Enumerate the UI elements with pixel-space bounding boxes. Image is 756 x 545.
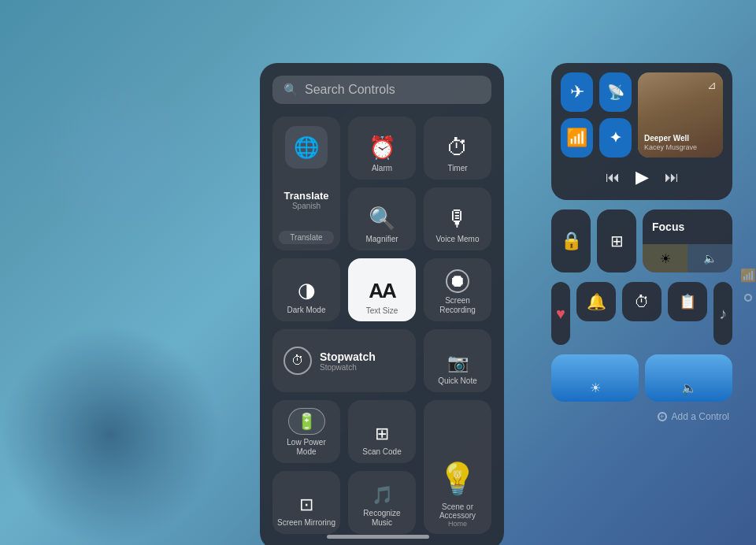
circle-indicator	[744, 294, 752, 302]
media-widget: ✈ 📡 📶 ✦ Deeper Well Kacey Musgrave ⊿ ⏮ ▶…	[551, 63, 732, 200]
translate-sub: Spanish	[284, 202, 328, 210]
focus-widget[interactable]: Focus ☀ 🔈	[643, 209, 732, 272]
bell-button[interactable]: 🔔	[576, 282, 616, 321]
sliders-row: ☀ 🔈	[551, 354, 732, 402]
media-controls-grid: ✈ 📡 📶 ✦	[561, 72, 632, 158]
low-power-label: Low Power Mode	[277, 438, 335, 457]
focus-bottom: ☀ 🔈	[643, 244, 732, 272]
next-button[interactable]: ⏭	[665, 169, 679, 186]
wifi-side-icon: 📶	[740, 268, 756, 283]
artist-name: Kacey Musgrave	[644, 143, 697, 151]
cellular-button[interactable]: 📡	[599, 72, 632, 112]
bg-blob2	[39, 79, 197, 236]
bg-blob1	[0, 324, 220, 545]
right-indicators: 📶	[740, 268, 756, 302]
dark-mode-label: Dark Mode	[287, 306, 326, 315]
screen-mirroring-tile[interactable]: ⊡ Screen Mirroring	[272, 471, 340, 534]
alarm-label: Alarm	[372, 164, 392, 173]
track-name: Deeper Well	[644, 134, 697, 143]
focus-top: Focus	[643, 209, 732, 244]
alarm-tile[interactable]: ⏰ Alarm	[348, 117, 416, 180]
media-track-info: Deeper Well Kacey Musgrave	[644, 134, 697, 151]
home-indicator	[327, 535, 429, 539]
voice-memo-label: Voice Memo	[435, 235, 479, 244]
translate-button[interactable]: Translate	[279, 231, 333, 244]
search-controls-panel: 🔍 Search Controls 🌐 Translate Spanish Tr…	[260, 63, 504, 545]
media-top: ✈ 📡 📶 ✦ Deeper Well Kacey Musgrave ⊿	[561, 72, 723, 158]
magnifier-label: Magnifier	[365, 235, 398, 244]
translate-info: Translate Spanish	[284, 190, 328, 210]
screen-recording-tile[interactable]: ⏺ Screen Recording	[424, 258, 491, 321]
airplay-icon[interactable]: ⊿	[707, 79, 717, 91]
add-control-plus-icon: +	[658, 412, 667, 421]
recognize-music-label: Recognize Music	[353, 509, 411, 528]
home-sublabel: Home	[448, 520, 467, 528]
play-button[interactable]: ▶	[636, 167, 649, 187]
bluetooth-button[interactable]: ✦	[599, 118, 632, 158]
recognize-music-icon: 🎵	[372, 485, 393, 506]
timer-tile[interactable]: ⏱ Timer	[424, 117, 491, 180]
magnifier-tile[interactable]: 🔍 Magnifier	[348, 187, 416, 250]
low-power-icon: 🔋	[288, 408, 325, 435]
add-control-label[interactable]: Add a Control	[672, 411, 729, 422]
volume-slider[interactable]: 🔈	[645, 354, 732, 402]
previous-button[interactable]: ⏮	[606, 169, 620, 186]
quick-note-tile[interactable]: 📷 Quick Note	[424, 329, 491, 392]
brightness-slider[interactable]: ☀	[551, 354, 639, 402]
timer-icon: ⏱	[447, 135, 469, 161]
brightness-button[interactable]: ☀	[643, 244, 687, 272]
home-label: Scene or Accessory	[428, 502, 487, 520]
dark-mode-tile[interactable]: ◑ Dark Mode	[272, 258, 340, 321]
low-power-mode-tile[interactable]: 🔋 Low Power Mode	[272, 400, 340, 463]
search-placeholder: Search Controls	[305, 83, 480, 97]
voice-memo-tile[interactable]: 🎙 Voice Memo	[424, 187, 491, 250]
quick-note-label: Quick Note	[438, 376, 476, 386]
home-bulb-icon: 💡	[438, 461, 477, 498]
text-size-tile[interactable]: AA Text Size	[348, 258, 416, 321]
right-panel: ✈ 📡 📶 ✦ Deeper Well Kacey Musgrave ⊿ ⏮ ▶…	[551, 63, 732, 422]
airplane-mode-button[interactable]: ✈	[561, 72, 593, 112]
add-control-row: + Add a Control	[551, 411, 732, 422]
voice-memo-icon: 🎙	[447, 206, 469, 232]
second-row: 🔒 ⊞ Focus ☀ 🔈	[551, 209, 732, 272]
search-icon: 🔍	[284, 83, 298, 97]
quick-note-icon: 📷	[447, 353, 469, 373]
wifi-button[interactable]: 📶	[561, 118, 593, 158]
translate-name: Translate	[284, 190, 328, 202]
screen-mirroring-icon: ⊡	[299, 495, 313, 515]
scan-code-label: Scan Code	[362, 447, 401, 457]
alarm-icon: ⏰	[369, 135, 396, 161]
music-icon: ♪	[713, 282, 732, 345]
magnifier-icon: 🔍	[369, 206, 396, 232]
scan-code-icon: ⊞	[375, 424, 389, 444]
controls-grid: 🌐 Translate Spanish Translate ⏰ Alarm ⏱ …	[272, 117, 491, 534]
media-album-art[interactable]: Deeper Well Kacey Musgrave ⊿	[638, 72, 723, 158]
timer-label: Timer	[447, 164, 467, 173]
notes-button[interactable]: 📋	[668, 282, 707, 321]
volume-button[interactable]: 🔈	[687, 244, 732, 272]
translate-icon: 🌐	[285, 126, 328, 169]
home-tile[interactable]: 💡 Scene or Accessory Home	[424, 400, 491, 534]
stopwatch-tile[interactable]: ⏱ Stopwatch Stopwatch	[272, 329, 416, 392]
screen-mirror-button[interactable]: ⊞	[597, 209, 636, 272]
screen-lock-button[interactable]: 🔒	[551, 209, 591, 272]
stopwatch-info: Stopwatch Stopwatch	[320, 350, 405, 372]
timer-circle-button[interactable]: ⏱	[622, 282, 662, 321]
stopwatch-icon: ⏱	[284, 347, 312, 375]
heart-icon: ♥	[551, 282, 570, 345]
media-playback-controls: ⏮ ▶ ⏭	[561, 164, 723, 191]
screen-recording-label: Screen Recording	[428, 296, 487, 315]
translate-icon-glyph: 🌐	[294, 135, 319, 160]
stopwatch-name: Stopwatch	[320, 350, 405, 363]
focus-label: Focus	[652, 221, 723, 233]
translate-tile[interactable]: 🌐 Translate Spanish Translate	[272, 117, 340, 250]
search-bar[interactable]: 🔍 Search Controls	[272, 76, 491, 104]
scan-code-tile[interactable]: ⊞ Scan Code	[348, 400, 416, 463]
third-row: ♥ 🔔 ⏱ 📋 ♪	[551, 282, 732, 345]
recognize-music-tile[interactable]: 🎵 Recognize Music	[348, 471, 416, 534]
screen-mirroring-label: Screen Mirroring	[277, 518, 335, 528]
dark-mode-icon: ◑	[298, 278, 316, 302]
screen-recording-icon: ⏺	[446, 269, 469, 293]
stopwatch-sub: Stopwatch	[320, 363, 405, 372]
text-size-icon: AA	[369, 279, 395, 303]
